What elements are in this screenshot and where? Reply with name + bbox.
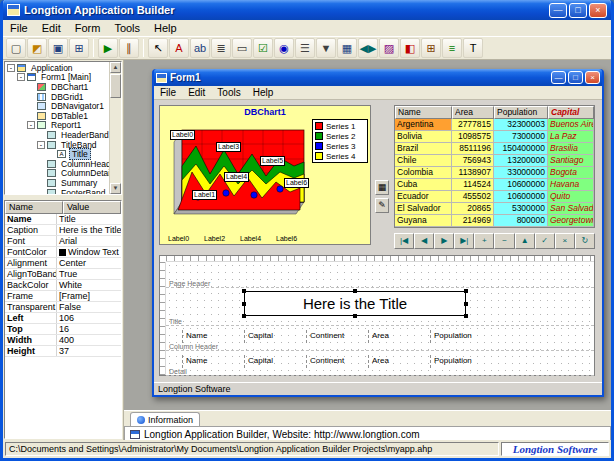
- grid-cell[interactable]: 10600000: [494, 191, 548, 203]
- detail-field-population[interactable]: Population: [430, 355, 488, 368]
- columnheader-field-continent[interactable]: Continent: [306, 330, 364, 343]
- grid-cell[interactable]: 32300003: [494, 119, 548, 131]
- toolbar-pause-button[interactable]: ∥: [119, 38, 139, 58]
- grid-cell[interactable]: 455502: [452, 191, 494, 203]
- tree-collapse-icon[interactable]: -: [37, 141, 45, 149]
- property-value[interactable]: Title: [57, 214, 121, 224]
- grid-cell[interactable]: 2777815: [452, 119, 494, 131]
- tree-item-dbgrid1[interactable]: DBGrid1: [5, 92, 108, 102]
- minimize-button[interactable]: —: [549, 3, 567, 18]
- menu-help[interactable]: Help: [147, 21, 184, 35]
- grid-cell[interactable]: Ecuador: [395, 191, 452, 203]
- form-menu-file[interactable]: File: [154, 87, 182, 98]
- property-value-header[interactable]: Value: [63, 201, 121, 214]
- toolbar-button-button[interactable]: ▭: [232, 38, 252, 58]
- form-menu-tools[interactable]: Tools: [211, 87, 246, 98]
- form-titlebar[interactable]: Form1 — □ ×: [154, 69, 602, 86]
- form-menu-edit[interactable]: Edit: [182, 87, 211, 98]
- tree-item-application[interactable]: -Application: [5, 63, 108, 73]
- nav-edit-button[interactable]: ▲: [515, 233, 535, 249]
- toolbar-run-button[interactable]: ▶: [98, 38, 118, 58]
- toolbar-image-button[interactable]: ▨: [379, 38, 399, 58]
- report-band-pageheader[interactable]: Page Header: [166, 262, 594, 288]
- property-name-header[interactable]: Name: [5, 201, 63, 214]
- grid-cell[interactable]: Brasilia: [548, 143, 594, 155]
- nav-cancel-button[interactable]: ×: [555, 233, 575, 249]
- detail-field-area[interactable]: Area: [368, 355, 426, 368]
- grid-cell[interactable]: 8511196: [452, 143, 494, 155]
- menu-tools[interactable]: Tools: [107, 21, 147, 35]
- selection-handle[interactable]: [242, 302, 246, 306]
- grid-cell[interactable]: Cuba: [395, 179, 452, 191]
- tree-item-title[interactable]: ATitle: [5, 149, 108, 159]
- pane-splitter[interactable]: [3, 196, 123, 199]
- grid-cell[interactable]: 5300000: [494, 203, 548, 215]
- tree-scrollbar[interactable]: ▲ ▼: [109, 62, 121, 194]
- property-value[interactable]: 37: [57, 346, 121, 356]
- property-value[interactable]: Window Text: [57, 247, 121, 257]
- toolbar-save-all-button[interactable]: ⊞: [69, 38, 89, 58]
- grid-cell[interactable]: La Paz: [548, 131, 594, 143]
- property-value[interactable]: 400: [57, 335, 121, 345]
- grid-cell[interactable]: 756943: [452, 155, 494, 167]
- selection-handle[interactable]: [464, 289, 468, 293]
- toolbar-table-button[interactable]: ⊞: [421, 38, 441, 58]
- selection-handle[interactable]: [353, 314, 357, 318]
- grid-cell[interactable]: 214969: [452, 215, 494, 227]
- nav-delete-button[interactable]: −: [494, 233, 514, 249]
- columnheader-field-population[interactable]: Population: [430, 330, 488, 343]
- grid-cell[interactable]: Buenos Aires: [548, 119, 594, 131]
- grid-cell[interactable]: 33000000: [494, 167, 548, 179]
- scrollbar-thumb[interactable]: [110, 74, 121, 98]
- property-value[interactable]: [Frame]: [57, 291, 121, 301]
- toolbar-open-button[interactable]: ◩: [27, 38, 47, 58]
- nav-prior-button[interactable]: ◀: [414, 233, 434, 249]
- property-value[interactable]: False: [57, 302, 121, 312]
- tree-item-summary[interactable]: Summary: [5, 178, 108, 188]
- property-value[interactable]: True: [57, 269, 121, 279]
- report-band-columnheader[interactable]: NameCapitalContinentAreaPopulation Colum…: [166, 326, 594, 351]
- tree-collapse-icon[interactable]: -: [7, 64, 15, 72]
- toolbar-grid-button[interactable]: ▦: [337, 38, 357, 58]
- toolbar-checkbox-button[interactable]: ☑: [253, 38, 273, 58]
- toolbar-chart-button[interactable]: ◧: [400, 38, 420, 58]
- toolbar-report-button[interactable]: ≡: [442, 38, 462, 58]
- nav-post-button[interactable]: ✓: [535, 233, 555, 249]
- titlebar[interactable]: Longtion Application Builder — □ ×: [3, 0, 611, 20]
- toolbar-save-button[interactable]: ▣: [48, 38, 68, 58]
- toolbar-listbox-button[interactable]: ☰: [295, 38, 315, 58]
- toolbar-new-button[interactable]: ▢: [6, 38, 26, 58]
- tree-item-footerband[interactable]: FooterBand: [5, 188, 108, 195]
- report-designer[interactable]: Page Header Here is the Title: [159, 255, 595, 376]
- grid-cell[interactable]: El Salvador: [395, 203, 452, 215]
- grid-cell[interactable]: Santiago: [548, 155, 594, 167]
- close-button[interactable]: ×: [589, 3, 607, 18]
- selection-handle[interactable]: [464, 314, 468, 318]
- toolbar-edit-button[interactable]: ab: [190, 38, 210, 58]
- nav-refresh-button[interactable]: ↻: [575, 233, 595, 249]
- tree-item-dbchart1[interactable]: DBChart1: [5, 82, 108, 92]
- columnheader-field-capital[interactable]: Capital: [244, 330, 302, 343]
- grid-cell[interactable]: Guyana: [395, 215, 452, 227]
- detail-field-capital[interactable]: Capital: [244, 355, 302, 368]
- tree-item-titleband[interactable]: -TitleBand: [5, 140, 108, 150]
- toolbar-combobox-button[interactable]: ▼: [316, 38, 336, 58]
- grid-cell[interactable]: Quito: [548, 191, 594, 203]
- report-title-object[interactable]: Here is the Title: [244, 291, 466, 316]
- form-close-button[interactable]: ×: [585, 71, 600, 84]
- grid-cell[interactable]: Colombia: [395, 167, 452, 179]
- grid-side-memo-button[interactable]: ✎: [375, 198, 389, 213]
- tree-item-columndetail[interactable]: ColumnDetail: [5, 169, 108, 179]
- grid-cell[interactable]: 114524: [452, 179, 494, 191]
- grid-cell[interactable]: 20865: [452, 203, 494, 215]
- tree-item-dbnavigator1[interactable]: DBNavigator1: [5, 101, 108, 111]
- toolbar-label-button[interactable]: A: [169, 38, 189, 58]
- grid-cell[interactable]: 13200000: [494, 155, 548, 167]
- grid-cell[interactable]: Bogota: [548, 167, 594, 179]
- property-value[interactable]: Here is the Title: [57, 225, 121, 235]
- tree-collapse-icon[interactable]: -: [17, 73, 25, 81]
- nav-first-button[interactable]: |◀: [394, 233, 414, 249]
- detail-field-name[interactable]: Name: [182, 355, 240, 368]
- grid-cell[interactable]: Havana: [548, 179, 594, 191]
- scroll-up-icon[interactable]: ▲: [110, 62, 121, 73]
